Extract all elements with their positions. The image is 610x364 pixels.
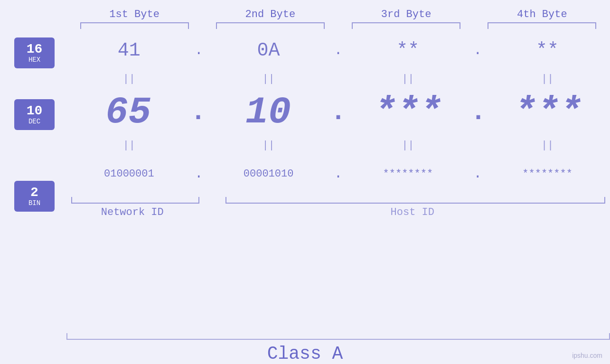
hex-base-name: HEX — [28, 56, 40, 64]
bin-row: 01000001 . 00001010 . ******** . *******… — [66, 152, 610, 195]
dot-bin-34: . — [470, 166, 485, 182]
bin-byte3: ******** — [346, 168, 471, 180]
bin-byte3-value: ******** — [383, 168, 433, 180]
dec-base-name: DEC — [28, 118, 40, 125]
host-id-label: Host ID — [215, 205, 610, 220]
eq-1-b1: || — [66, 73, 192, 85]
dec-byte2: 10 — [206, 91, 330, 134]
main-container: 1st Byte 2nd Byte 3rd Byte 4th Byte 16 H… — [0, 0, 610, 364]
dec-byte2-value: 10 — [245, 91, 291, 134]
bottom-bracket-host — [225, 197, 606, 204]
dec-byte3-value: *** — [374, 91, 442, 134]
bracket-cell-3 — [338, 22, 474, 29]
top-bracket-1 — [80, 22, 189, 29]
eq-1-b3: || — [346, 73, 471, 85]
hex-byte3-value: ** — [396, 40, 419, 61]
id-label-spacer — [198, 205, 215, 220]
equals-row-1: || || || || — [66, 72, 610, 86]
bin-byte2-value: 00001010 — [244, 168, 294, 180]
hex-base-label: 16 HEX — [14, 37, 55, 68]
bottom-brackets-row — [66, 197, 610, 204]
bin-base-name: BIN — [28, 199, 40, 207]
hex-base-num: 16 — [27, 43, 43, 56]
top-bracket-3 — [352, 22, 460, 29]
eq-1-b4: || — [485, 73, 610, 85]
byte1-header: 1st Byte — [66, 9, 202, 20]
network-id-label: Network ID — [66, 205, 198, 220]
hex-byte4: ** — [485, 40, 610, 61]
bracket-cell-4 — [474, 22, 610, 29]
dec-byte1-value: 65 — [105, 91, 151, 134]
byte2-header: 2nd Byte — [202, 9, 338, 20]
class-label: Class A — [0, 344, 610, 364]
byte-headers-row: 1st Byte 2nd Byte 3rd Byte 4th Byte — [0, 9, 610, 20]
eq-2-b2: || — [206, 140, 331, 151]
bin-byte2: 00001010 — [206, 168, 331, 180]
byte4-header: 4th Byte — [474, 9, 610, 20]
id-labels-row: Network ID Host ID — [66, 205, 610, 220]
bin-base-label: 2 BIN — [14, 181, 55, 212]
hex-byte2-value: 0A — [257, 40, 280, 61]
eq-1-b2: || — [206, 73, 331, 85]
big-bottom-bracket — [66, 333, 610, 340]
dec-base-label: 10 DEC — [14, 99, 55, 130]
bin-byte4: ******** — [485, 168, 610, 180]
hex-byte1: 41 — [66, 40, 192, 61]
bin-byte1-value: 01000001 — [104, 168, 154, 180]
eq-2-b1: || — [66, 140, 192, 151]
dot-hex-34: . — [470, 42, 485, 58]
equals-row-2: || || || || — [66, 138, 610, 152]
hex-byte3: ** — [346, 40, 471, 61]
dec-row: 65 . 10 . *** . *** — [66, 86, 610, 138]
bin-base-num: 2 — [30, 186, 38, 199]
dot-bin-12: . — [192, 166, 206, 182]
byte3-header: 3rd Byte — [338, 9, 474, 20]
dot-bin-23: . — [331, 166, 346, 182]
dot-dec-34: . — [470, 97, 487, 127]
content-area: 16 HEX 41 . 0A . ** . ** || || — [0, 29, 610, 329]
dot-hex-23: . — [331, 42, 346, 58]
hex-byte2: 0A — [206, 40, 331, 61]
hex-byte1-value: 41 — [118, 40, 141, 61]
dot-hex-12: . — [192, 42, 206, 58]
hex-byte4-value: ** — [536, 40, 559, 61]
top-bracket-2 — [216, 22, 325, 29]
top-brackets-row — [0, 22, 610, 29]
bracket-cell-1 — [66, 22, 202, 29]
top-bracket-4 — [488, 22, 596, 29]
hex-row: 41 . 0A . ** . ** — [66, 29, 610, 72]
dec-byte4: *** — [487, 91, 610, 134]
eq-2-b3: || — [346, 140, 471, 151]
watermark: ipshu.com — [572, 352, 602, 359]
dec-byte1: 65 — [66, 91, 190, 134]
dot-dec-12: . — [190, 97, 206, 127]
bin-byte1: 01000001 — [66, 168, 192, 180]
bin-byte4-value: ******** — [522, 168, 572, 180]
bracket-spacer — [204, 197, 221, 204]
bracket-cell-2 — [202, 22, 338, 29]
dec-byte4-value: *** — [514, 91, 582, 134]
eq-2-b4: || — [485, 140, 610, 151]
dec-byte3: *** — [347, 91, 470, 134]
dot-dec-23: . — [330, 97, 347, 127]
dec-base-num: 10 — [27, 104, 43, 118]
bottom-bracket-network — [71, 197, 199, 204]
